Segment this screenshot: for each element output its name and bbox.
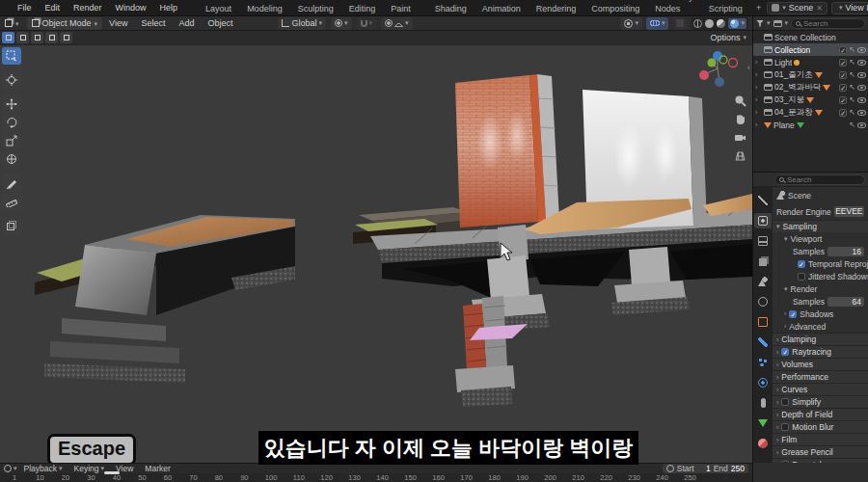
- app-menu-item[interactable]: Edit: [39, 0, 68, 16]
- frame-tick[interactable]: 60: [163, 473, 173, 482]
- props-tab-material[interactable]: [754, 436, 772, 451]
- section-film[interactable]: ›Film: [773, 433, 868, 445]
- tool-move[interactable]: [2, 95, 21, 113]
- model-right-section[interactable]: [353, 74, 752, 407]
- frame-tick[interactable]: 20: [61, 473, 70, 482]
- show-overlays-button[interactable]: ▾: [646, 17, 669, 30]
- app-menu-item[interactable]: Help: [153, 0, 185, 16]
- outliner-search-input[interactable]: [803, 19, 860, 28]
- motion-blur-checkbox[interactable]: [781, 423, 789, 431]
- tool-transform[interactable]: [2, 150, 21, 168]
- workspace-tab[interactable]: Compositing: [583, 1, 647, 16]
- workspace-tab[interactable]: Layout: [198, 1, 239, 16]
- section-clamping[interactable]: ›Clamping: [773, 333, 868, 345]
- subsection-shadows[interactable]: ›✓ Shadows: [773, 308, 868, 320]
- exclude-checkbox[interactable]: ✓: [839, 59, 847, 67]
- perspective-toggle-icon[interactable]: [733, 148, 746, 162]
- props-tab-viewlayer[interactable]: [754, 254, 772, 269]
- outliner-root[interactable]: Scene Collection: [753, 31, 868, 43]
- end-frame-field[interactable]: 250: [731, 464, 745, 473]
- frame-tick[interactable]: 180: [488, 473, 501, 482]
- selectable-icon[interactable]: ↖: [849, 83, 855, 92]
- workspace-tab[interactable]: Shading: [427, 1, 475, 16]
- zoom-icon[interactable]: [733, 94, 746, 107]
- shadows-checkbox[interactable]: ✓: [789, 310, 797, 318]
- tool-rotate[interactable]: [2, 114, 21, 131]
- section-simplify[interactable]: › Simplify: [773, 395, 868, 408]
- sidebar-toggle-arrow[interactable]: ‹: [747, 63, 750, 72]
- frame-tick[interactable]: 140: [376, 473, 389, 482]
- shading-solid-button[interactable]: [705, 19, 714, 28]
- pan-hand-icon[interactable]: [733, 112, 746, 125]
- frame-tick[interactable]: 150: [404, 473, 417, 482]
- hide-eye-icon[interactable]: [857, 122, 866, 128]
- subsection-advanced[interactable]: ›Advanced: [773, 320, 868, 333]
- outliner-item-03[interactable]: › 03_지붕 ✓↖: [753, 94, 868, 106]
- section-performance[interactable]: ›Performance: [773, 370, 868, 383]
- outliner-item-02[interactable]: › 02_벽과바닥 ✓↖: [753, 81, 868, 94]
- snap-magnet-button[interactable]: ▾: [357, 17, 377, 30]
- frame-tick[interactable]: 250: [684, 473, 696, 482]
- frame-tick[interactable]: 30: [86, 473, 95, 482]
- workspace-tab[interactable]: Animation: [475, 1, 529, 16]
- frame-tick[interactable]: 70: [188, 473, 198, 482]
- selectable-icon[interactable]: ↖: [849, 120, 855, 129]
- frame-tick[interactable]: 1: [10, 473, 19, 482]
- frame-tick[interactable]: 100: [265, 473, 278, 482]
- workspace-tab[interactable]: Sculpting: [290, 1, 341, 16]
- frame-tick[interactable]: 40: [112, 473, 122, 482]
- navigation-gizmo[interactable]: [696, 49, 739, 90]
- tool-add-cube[interactable]: [2, 217, 21, 234]
- tool-select-box[interactable]: [2, 47, 21, 65]
- section-sampling[interactable]: ▾Sampling: [773, 220, 868, 232]
- frame-tick[interactable]: 230: [628, 473, 640, 482]
- scene-selector[interactable]: ▾ Scene ✕: [767, 2, 827, 14]
- props-tab-modifiers[interactable]: [754, 335, 772, 350]
- start-frame-field[interactable]: 1: [697, 464, 711, 473]
- shading-wireframe-button[interactable]: [693, 19, 702, 28]
- render-samples-field[interactable]: 64: [827, 297, 864, 307]
- app-menu-item[interactable]: Render: [67, 0, 109, 16]
- frame-tick[interactable]: 220: [600, 473, 612, 482]
- workspace-tab[interactable]: Modeling: [239, 1, 290, 16]
- props-tab-physics[interactable]: [754, 375, 772, 390]
- props-tab-output[interactable]: [754, 233, 772, 249]
- hide-eye-icon[interactable]: [857, 110, 866, 116]
- section-depth-of-field[interactable]: ›Depth of Field: [773, 408, 868, 420]
- shading-material-button[interactable]: [717, 19, 725, 28]
- exclude-checkbox[interactable]: ✓: [839, 46, 847, 54]
- tool-annotate[interactable]: [2, 174, 21, 192]
- props-tab-particles[interactable]: [754, 355, 772, 370]
- subsection-viewport[interactable]: ▾Viewport: [773, 232, 868, 245]
- viewport-samples-field[interactable]: 16: [827, 247, 864, 256]
- editor-type-button[interactable]: ▾: [0, 16, 24, 31]
- section-curves[interactable]: ›Curves: [773, 383, 868, 395]
- section-raytracing[interactable]: ›✓ Raytracing: [773, 345, 868, 358]
- frame-tick[interactable]: 200: [544, 473, 556, 482]
- unpin-icon[interactable]: ✕: [816, 4, 823, 13]
- 3d-scene[interactable]: [0, 45, 752, 463]
- exclude-checkbox[interactable]: ✓: [839, 71, 847, 79]
- props-tab-scene[interactable]: [754, 274, 772, 289]
- timeline-menu-playback[interactable]: Playback▾: [19, 464, 68, 473]
- temporal-checkbox[interactable]: ✓: [798, 260, 805, 268]
- mode-selector[interactable]: Object Mode ▾: [27, 17, 103, 30]
- viewport-menu-item[interactable]: View: [102, 15, 134, 32]
- snap-target-button[interactable]: ▾: [331, 17, 352, 30]
- gizmo-y-neg[interactable]: [719, 56, 727, 64]
- raytracing-checkbox[interactable]: ✓: [781, 348, 789, 356]
- hide-eye-icon[interactable]: [857, 60, 866, 66]
- tool-scale[interactable]: [2, 132, 21, 149]
- props-tab-world[interactable]: [754, 294, 772, 309]
- frame-tick[interactable]: 90: [239, 473, 249, 482]
- subsection-render[interactable]: ▾Render: [773, 282, 868, 295]
- select-mode-invert-button[interactable]: [45, 32, 58, 43]
- options-button[interactable]: Options ▾: [710, 33, 746, 42]
- workspace-tab[interactable]: UV Editing: [341, 0, 384, 16]
- hide-eye-icon[interactable]: [857, 72, 866, 78]
- timeline-ruler[interactable]: 1102030405060708090100110120130140150160…: [0, 473, 752, 482]
- outliner-item-light[interactable]: › Light ✓↖: [753, 56, 868, 68]
- frame-tick[interactable]: 80: [214, 473, 224, 482]
- exclude-checkbox[interactable]: ✓: [839, 96, 847, 104]
- select-mode-new-button[interactable]: [2, 32, 14, 43]
